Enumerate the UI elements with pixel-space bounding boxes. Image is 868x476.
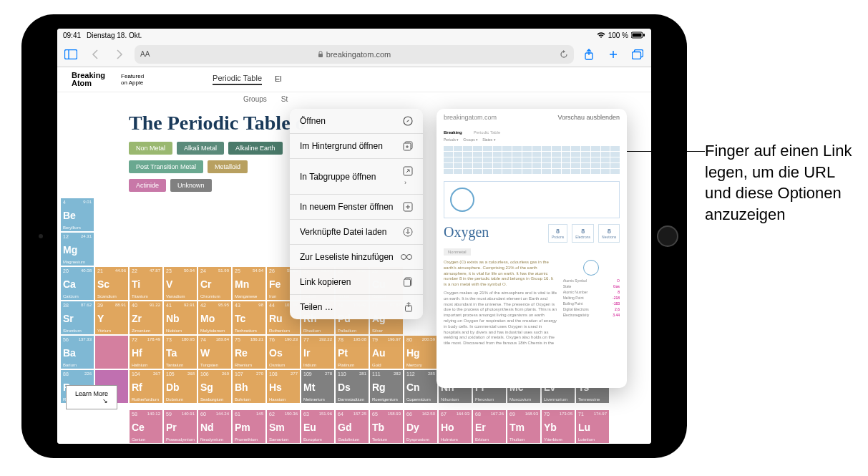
element-Ir[interactable]: 77192.22IrIridium	[301, 336, 334, 369]
element-Gd[interactable]: 64157.25GdGadolinium	[336, 410, 369, 443]
menu-open-tabgroup-label: In Tabgruppe öffnen	[300, 172, 376, 182]
share-button[interactable]	[580, 45, 598, 64]
legend-alkali[interactable]: Alkali Metal	[177, 142, 224, 155]
element-Ds[interactable]: 110281DsDarmstadtium	[336, 370, 369, 403]
menu-open[interactable]: Öffnen	[290, 109, 423, 134]
link-preview-panel[interactable]: breakingatom.com Vorschau ausblenden Bre…	[437, 109, 627, 388]
page-content: Breaking Atom Featured on Apple Periodic…	[57, 67, 651, 444]
element-Ho[interactable]: 67164.93HoHolmium	[439, 410, 472, 443]
new-tab-button[interactable]	[604, 45, 623, 64]
element-Rf[interactable]: 104267RfRutherfordium	[130, 370, 162, 403]
sidebar-button[interactable]	[62, 45, 80, 64]
badge-line2: on Apple	[121, 79, 144, 86]
element-Mn[interactable]: 2554.94MnManganese	[233, 267, 265, 300]
element-Cn[interactable]: 112285CnCopernicium	[404, 370, 437, 403]
legend-nonmetal[interactable]: Non Metal	[129, 142, 172, 155]
menu-open-background[interactable]: Im Hintergrund öffnen	[290, 134, 423, 159]
reload-button[interactable]	[560, 50, 568, 59]
element-Mg[interactable]: 1224.31MgMagnesium	[61, 233, 94, 266]
element-Os[interactable]: 76190.23OsOsmium	[267, 336, 300, 369]
menu-share[interactable]: Teilen …	[290, 295, 423, 319]
ipad-device-frame: 09:41 Dienstag 18. Okt. 100 %	[21, 14, 687, 458]
site-logo[interactable]: Breaking Atom	[72, 72, 105, 87]
legend-alkaline-earth[interactable]: Alkaline Earth	[228, 142, 283, 155]
element-Mt[interactable]: 109278MtMeitnerium	[301, 370, 334, 403]
share-icon	[404, 302, 413, 312]
info-box-protons: 8Protons	[548, 224, 567, 243]
info-box-neutrons: 8Neutrons	[598, 224, 620, 243]
preview-header: breakingatom.com Vorschau ausblenden	[437, 109, 627, 126]
element-Yb[interactable]: 70173.05YbYtterbium	[542, 410, 575, 443]
element-Tc[interactable]: 4398TcTechnetium	[233, 301, 265, 334]
element-Dy[interactable]: 66162.50DyDysprosium	[404, 410, 437, 443]
svg-point-15	[401, 255, 406, 260]
element-Pr[interactable]: 59140.91PrPraseodymium	[164, 410, 197, 443]
menu-open-tabgroup[interactable]: In Tabgruppe öffnen ›	[290, 159, 423, 195]
element-Ta[interactable]: 73180.95TaTantalum	[164, 336, 197, 369]
element-Tm[interactable]: 69168.93TmThulium	[507, 410, 540, 443]
nav-elements[interactable]: El	[275, 74, 282, 84]
element-Zr[interactable]: 4091.22ZrZirconium	[130, 301, 162, 334]
element-Nb[interactable]: 4192.91NbNiobium	[164, 301, 197, 334]
element-Db[interactable]: 105268DbDubnium	[164, 370, 197, 403]
element-Lu[interactable]: 71174.97LuLutetium	[576, 410, 609, 443]
element-Y[interactable]: 3988.91YYttrium	[95, 301, 128, 334]
element-Be[interactable]: 49.01BeBeryllium	[61, 198, 94, 231]
forward-button[interactable]	[110, 45, 129, 64]
menu-download[interactable]: Verknüpfte Datei laden	[290, 220, 423, 245]
element-Ti[interactable]: 2247.87TiTitanium	[130, 267, 162, 300]
nav-periodic-table[interactable]: Periodic Table	[213, 74, 262, 85]
svg-point-16	[407, 255, 412, 260]
element-Ce[interactable]: 58140.12CeCerium	[130, 410, 162, 443]
element-Pt[interactable]: 78195.08PtPlatinum	[336, 336, 369, 369]
element-Hf[interactable]: 72178.49HfHafnium	[130, 336, 162, 369]
legend-post-transition[interactable]: Post Transition Metal	[129, 160, 203, 173]
element-Sc[interactable]: 2144.96ScScandium	[95, 267, 128, 300]
element-Nd[interactable]: 60144.24NdNeodymium	[198, 410, 231, 443]
legend-unknown[interactable]: Unknown	[170, 179, 212, 192]
element-Sg[interactable]: 106269SgSeaborgium	[198, 370, 231, 403]
element-W[interactable]: 74183.84WTungsten	[198, 336, 231, 369]
element-Tb[interactable]: 65158.93TbTerbium	[370, 410, 403, 443]
hide-preview-button[interactable]: Vorschau ausblenden	[557, 114, 620, 121]
arrow-out-icon: ›	[403, 166, 413, 187]
back-button[interactable]	[86, 45, 104, 64]
element-Re[interactable]: 75186.21ReRhenium	[233, 336, 265, 369]
element-Ca[interactable]: 2040.08CaCalcium	[61, 267, 94, 300]
prop-row: Electronegativity3.44	[563, 313, 620, 317]
menu-copy-link[interactable]: Link kopieren	[290, 270, 423, 295]
element-Eu[interactable]: 63151.96EuEuropium	[301, 410, 334, 443]
element-V[interactable]: 2350.94VVanadium	[164, 267, 197, 300]
element-Ba[interactable]: 56137.33BaBarium	[61, 336, 94, 369]
subnav-states[interactable]: St	[281, 95, 288, 103]
reader-aa-button[interactable]: AA	[140, 50, 150, 58]
stacked-squares-icon	[403, 141, 413, 151]
learn-more-label: Learn More	[75, 390, 108, 397]
compass-icon	[403, 116, 413, 126]
menu-open-window[interactable]: In neuem Fenster öffnen	[290, 195, 423, 220]
element-Pm[interactable]: 61145PmPromethium	[233, 410, 265, 443]
tabs-button[interactable]	[628, 45, 647, 64]
element-Mo[interactable]: 4295.95MoMolybdenum	[198, 301, 231, 334]
element-Bh[interactable]: 107270BhBohrium	[233, 370, 265, 403]
element-Sm[interactable]: 62150.36SmSamarium	[267, 410, 300, 443]
learn-more-button[interactable]: Learn More ↘	[66, 385, 117, 409]
subnav-groups[interactable]: Groups	[243, 95, 267, 103]
preview-info-boxes: 8Protons8Electrons8Neutrons	[548, 224, 620, 243]
element-Er[interactable]: 68167.26ErErbium	[473, 410, 506, 443]
element-Rg[interactable]: 111282RgRoentgenium	[370, 370, 403, 403]
home-button[interactable]	[657, 225, 678, 247]
element-Hg[interactable]: 80200.59HgMercury	[404, 336, 437, 369]
element-Hs[interactable]: 108277HsHassium	[267, 370, 300, 403]
element-Cr[interactable]: 2451.99CrChromium	[198, 267, 231, 300]
site-header: Breaking Atom Featured on Apple Periodic…	[57, 67, 651, 92]
legend-actinide[interactable]: Actinide	[129, 179, 166, 192]
legend-metalloid[interactable]: Metalloid	[208, 160, 248, 173]
menu-reading-list[interactable]: Zur Leseliste hinzufügen	[290, 245, 423, 270]
element-Sr[interactable]: 3887.62SrStrontium	[61, 301, 94, 334]
menu-open-window-label: In neuem Fenster öffnen	[300, 202, 394, 212]
element-Au[interactable]: 79196.97AuGold	[370, 336, 403, 369]
url-bar[interactable]: AA breakingatom.com	[135, 45, 574, 64]
element-gap[interactable]	[95, 336, 128, 369]
screen: 09:41 Dienstag 18. Okt. 100 %	[57, 29, 651, 444]
